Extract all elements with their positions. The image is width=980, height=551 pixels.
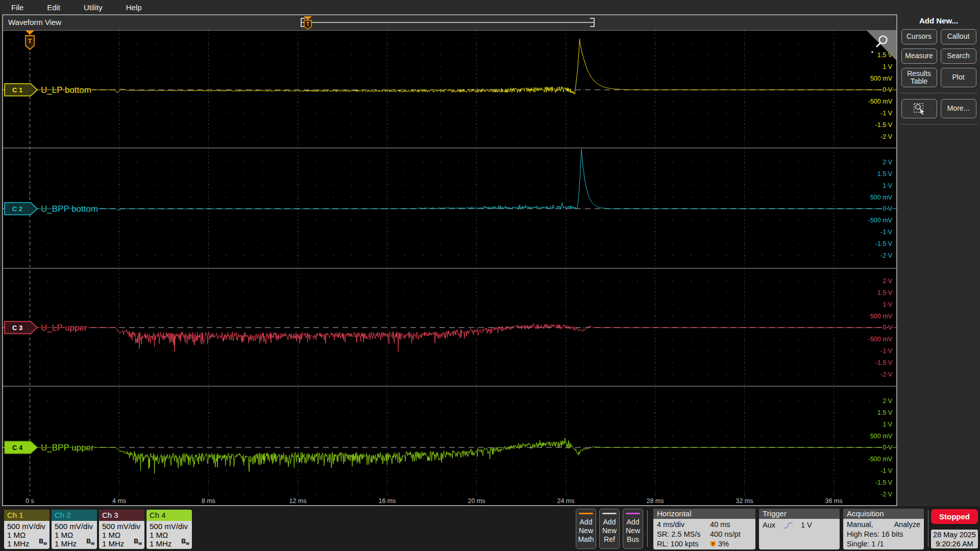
axis-label: 500 mV bbox=[870, 433, 893, 440]
axis-label: 0 V bbox=[883, 324, 892, 331]
axis-label: -1.5 V bbox=[875, 359, 893, 366]
add-new-ref-button[interactable]: Add New Ref bbox=[599, 509, 620, 549]
channel-2-badge[interactable]: Ch 2 500 mV/div 1 MΩ 1 MHz Bw bbox=[52, 510, 97, 549]
axis-label: 1 V bbox=[883, 63, 892, 70]
horizontal-scale: 4 ms/div bbox=[657, 520, 710, 530]
channel-3-tag[interactable]: C 3 bbox=[5, 321, 37, 334]
channel-1-label[interactable]: U_LP bottom bbox=[41, 85, 91, 95]
channel-1-badge-title: Ch 1 bbox=[4, 510, 50, 521]
svg-text:T: T bbox=[28, 37, 32, 45]
axis-label: -500 mV bbox=[868, 456, 893, 463]
horizontal-overview-bar[interactable]: T bbox=[297, 16, 598, 30]
acquisition-panel[interactable]: Acquisition Manual, Analyze High Res: 16… bbox=[843, 509, 924, 549]
time-axis-label: 32 ms bbox=[736, 497, 753, 505]
channel-2-trace bbox=[3, 149, 896, 211]
waveform-view-header: Waveform View T bbox=[3, 15, 896, 31]
measure-button[interactable]: Measure bbox=[901, 48, 937, 64]
trigger-level: 1 V bbox=[801, 520, 812, 530]
channel-2-label[interactable]: U_BPP bottom bbox=[41, 204, 98, 214]
time-axis-label: 0 s bbox=[26, 497, 34, 505]
time-axis-label: 8 ms bbox=[202, 497, 215, 505]
horizontal-panel[interactable]: Horizontal 4 ms/div 40 ms SR: 2.5 MS/s 4… bbox=[653, 509, 755, 549]
zoom-select-icon bbox=[913, 102, 926, 115]
channel-2-scale: 500 mV/div bbox=[55, 522, 97, 531]
svg-text:T: T bbox=[712, 541, 715, 546]
axis-label: -1 V bbox=[880, 229, 893, 236]
add-new-bus-button[interactable]: Add New Bus bbox=[623, 509, 643, 549]
bottom-bar: Ch 1 500 mV/div 1 MΩ 1 MHz Bw Ch 2 500 m… bbox=[0, 506, 980, 551]
trigger-position-icon: T bbox=[710, 541, 716, 548]
bandwidth-limit-icon: Bw bbox=[134, 537, 142, 548]
axis-label: -2 V bbox=[880, 491, 893, 498]
menu-edit[interactable]: Edit bbox=[47, 3, 60, 12]
axis-label: 1 V bbox=[883, 421, 892, 428]
results-table-button[interactable]: Results Table bbox=[901, 68, 937, 87]
zoom-select-button[interactable] bbox=[901, 99, 937, 118]
channel-4-badge-title: Ch 4 bbox=[146, 510, 192, 521]
add-new-math-button[interactable]: Add New Math bbox=[576, 509, 596, 549]
sample-interval: 400 ns/pt bbox=[710, 530, 753, 539]
axis-label: -1.5 V bbox=[875, 240, 893, 247]
channel-4-label[interactable]: U_BPP upper bbox=[41, 443, 94, 453]
axis-label: -1.5 V bbox=[875, 479, 893, 486]
menu-help[interactable]: Help bbox=[126, 3, 142, 12]
axis-label: 1 V bbox=[883, 182, 892, 189]
time-axis-label: 36 ms bbox=[825, 497, 842, 505]
time-axis-label: 4 ms bbox=[112, 497, 126, 505]
time-axis-label: 16 ms bbox=[378, 497, 396, 505]
axis-label: 2 V bbox=[883, 278, 892, 285]
time-axis-label: 28 ms bbox=[646, 497, 664, 505]
svg-text:T: T bbox=[306, 21, 310, 27]
channel-2-tag[interactable]: C 2 bbox=[5, 203, 37, 215]
channel-2-badge-title: Ch 2 bbox=[52, 510, 97, 521]
sample-rate: SR: 2.5 MS/s bbox=[657, 530, 710, 539]
axis-label: 1.5 V bbox=[877, 409, 893, 416]
axis-label: 1.5 V bbox=[877, 289, 893, 296]
more-button[interactable]: More... bbox=[941, 99, 976, 118]
channel-4-tag[interactable]: C 4 bbox=[5, 441, 37, 454]
svg-text:C 3: C 3 bbox=[12, 324, 22, 332]
waveform-view-container: Waveform View T C 1U_LP bottom1.5 V1 V50… bbox=[2, 14, 897, 506]
channel-3-scale: 500 mV/div bbox=[102, 522, 144, 531]
svg-text:C 2: C 2 bbox=[12, 205, 22, 213]
callout-button[interactable]: Callout bbox=[941, 29, 976, 44]
cursors-button[interactable]: Cursors bbox=[901, 29, 937, 44]
trigger-panel[interactable]: Trigger Aux 1 V bbox=[759, 509, 840, 549]
menu-bar: File Edit Utility Help bbox=[0, 0, 980, 14]
acquisition-panel-title: Acquisition bbox=[843, 509, 924, 519]
run-stop-status-button[interactable]: Stopped bbox=[931, 509, 978, 524]
waveform-plot-area[interactable]: C 1U_LP bottom1.5 V1 V500 mV0 V-500 mV-1… bbox=[3, 31, 896, 505]
channel-3-badge-title: Ch 3 bbox=[99, 510, 144, 521]
menu-utility[interactable]: Utility bbox=[84, 3, 103, 12]
axis-label: -1 V bbox=[880, 467, 893, 474]
axis-label: -2 V bbox=[880, 133, 893, 140]
axis-label: 500 mV bbox=[870, 313, 893, 320]
axis-label: 0 V bbox=[883, 86, 892, 93]
bandwidth-limit-icon: Bw bbox=[39, 537, 47, 548]
acquisition-analyze: Analyze bbox=[894, 520, 920, 530]
channel-3-label[interactable]: U_LP upper bbox=[41, 323, 87, 333]
channel-4-badge[interactable]: Ch 4 500 mV/div 1 MΩ 1 MHz Bw bbox=[146, 510, 192, 549]
trigger-panel-title: Trigger bbox=[759, 509, 840, 519]
plot-button[interactable]: Plot bbox=[941, 68, 976, 87]
rising-edge-icon bbox=[782, 521, 794, 530]
axis-label: 0 V bbox=[883, 444, 892, 451]
axis-label: -1.5 V bbox=[875, 121, 893, 129]
math-color-stripe bbox=[579, 513, 593, 514]
channel-1-tag[interactable]: C 1 bbox=[5, 84, 37, 96]
channel-1-badge[interactable]: Ch 1 500 mV/div 1 MΩ 1 MHz Bw bbox=[4, 510, 50, 549]
waveform-view-title: Waveform View bbox=[8, 18, 61, 27]
bandwidth-limit-icon: Bw bbox=[181, 537, 189, 548]
bottom-bar-separator bbox=[647, 510, 648, 547]
channel-3-badge[interactable]: Ch 3 500 mV/div 1 MΩ 1 MHz Bw bbox=[99, 510, 144, 549]
channel-4-trace bbox=[3, 438, 896, 474]
horizontal-panel-title: Horizontal bbox=[653, 509, 755, 519]
waveform-plot-svg[interactable]: C 1U_LP bottom1.5 V1 V500 mV0 V-500 mV-1… bbox=[3, 31, 896, 505]
side-panel-divider bbox=[900, 93, 977, 93]
acquisition-mode: Manual, bbox=[847, 520, 873, 530]
trigger-marker[interactable]: T bbox=[26, 31, 34, 49]
search-button[interactable]: Search bbox=[941, 48, 976, 64]
menu-file[interactable]: File bbox=[11, 3, 23, 12]
add-new-title: Add New... bbox=[897, 16, 980, 25]
record-length: RL: 100 kpts bbox=[657, 539, 710, 549]
